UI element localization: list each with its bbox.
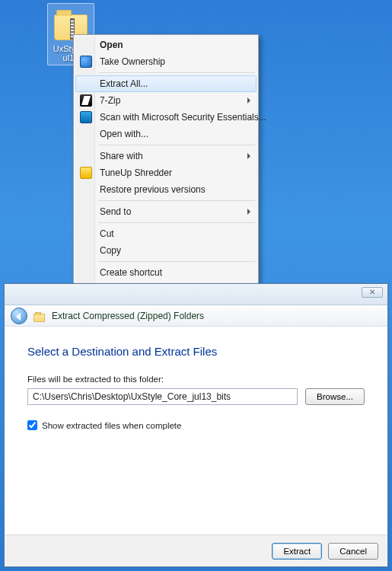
menu-7zip[interactable]: 7-Zip <box>75 92 257 109</box>
show-extracted-checkbox-row[interactable]: Show extracted files when complete <box>27 420 365 430</box>
tuneup-icon <box>80 167 92 179</box>
menu-extract-all[interactable]: Extract All... <box>75 75 257 92</box>
close-icon: ✕ <box>369 288 375 296</box>
submenu-arrow-icon <box>247 153 250 159</box>
separator <box>98 200 255 201</box>
path-label: Files will be extracted to this folder: <box>27 375 365 384</box>
menu-cut[interactable]: Cut <box>75 225 257 242</box>
extract-button[interactable]: Extract <box>272 543 322 560</box>
cancel-button[interactable]: Cancel <box>328 543 378 560</box>
menu-open-with[interactable]: Open with... <box>75 126 257 142</box>
menu-restore-versions[interactable]: Restore previous versions <box>75 181 257 198</box>
submenu-arrow-icon <box>247 209 250 215</box>
back-button[interactable] <box>11 308 27 324</box>
menu-copy[interactable]: Copy <box>75 242 257 259</box>
wizard-body: Select a Destination and Extract Files F… <box>5 327 387 534</box>
wizard-title: Select a Destination and Extract Files <box>27 345 365 358</box>
menu-send-to[interactable]: Send to <box>75 203 257 220</box>
ownership-icon <box>80 56 92 68</box>
separator <box>98 145 255 145</box>
close-button[interactable]: ✕ <box>362 287 383 298</box>
menu-open[interactable]: Open <box>75 37 257 53</box>
separator <box>98 261 255 262</box>
separator <box>98 222 255 223</box>
show-extracted-label: Show extracted files when complete <box>42 421 181 430</box>
menu-tuneup-shredder[interactable]: TuneUp Shredder <box>75 164 257 181</box>
extract-wizard-window: ✕ Extract Compressed (Zipped) Folders Se… <box>4 283 388 567</box>
submenu-arrow-icon <box>247 97 250 104</box>
wizard-footer: Extract Cancel <box>5 534 387 566</box>
zip-folder-icon <box>33 310 46 322</box>
browse-button[interactable]: Browse... <box>305 388 365 405</box>
show-extracted-checkbox[interactable] <box>27 420 37 430</box>
seven-zip-icon <box>80 94 92 107</box>
wizard-header: Extract Compressed (Zipped) Folders <box>5 305 387 327</box>
menu-scan-mse[interactable]: Scan with Microsoft Security Essentials.… <box>75 109 257 126</box>
wizard-titlebar[interactable]: ✕ <box>5 284 387 305</box>
menu-create-shortcut[interactable]: Create shortcut <box>75 264 257 281</box>
menu-take-ownership[interactable]: Take Ownership <box>75 53 257 70</box>
mse-shield-icon <box>80 111 92 123</box>
separator <box>98 72 255 73</box>
destination-path-input[interactable] <box>27 388 298 405</box>
menu-share-with[interactable]: Share with <box>75 148 257 164</box>
wizard-header-title: Extract Compressed (Zipped) Folders <box>52 311 204 321</box>
